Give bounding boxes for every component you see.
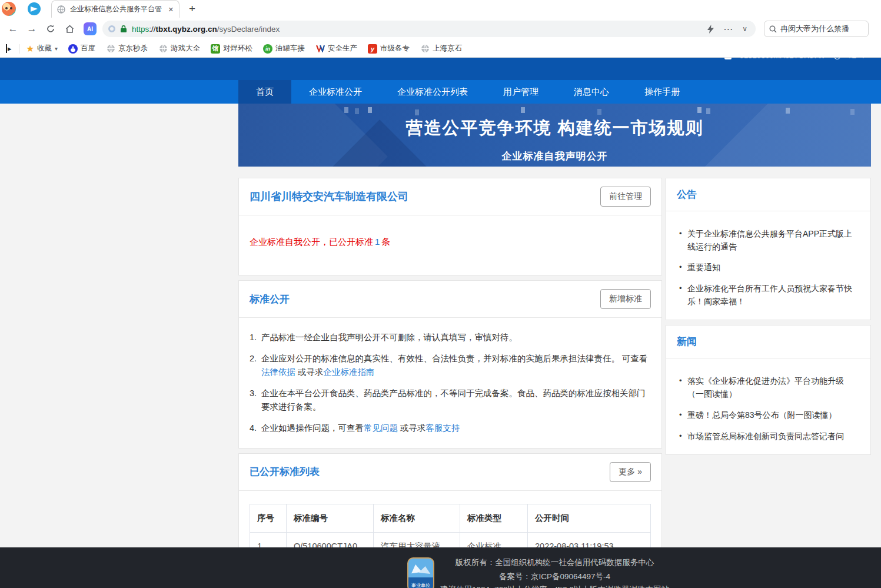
note-item: 2. 企业应对公开的标准信息的真实性、有效性、合法性负责，并对标准的实施后果承担… bbox=[250, 352, 651, 378]
section-title-news: 新闻 bbox=[677, 335, 697, 348]
document-icon bbox=[724, 58, 732, 59]
browser-tab[interactable]: 企业标准信息公共服务平台管 × bbox=[51, 0, 179, 18]
icp-record-text: 备案号：京ICP备09064497号-4 bbox=[238, 572, 871, 582]
bookmark-shiji[interactable]: y 市级各专 bbox=[368, 44, 410, 54]
browser-search-box[interactable]: 冉闵大帝为什么禁播 bbox=[764, 21, 869, 37]
page-footer: 事业单位 版权所有：全国组织机构统一社会信用代码数据服务中心 备案号：京ICP备… bbox=[0, 547, 881, 588]
search-query-text: 冉闵大帝为什么禁播 bbox=[780, 24, 849, 34]
credit-code-text: 91510600MA62TCR37W bbox=[740, 58, 825, 60]
caret-down-icon[interactable]: ▾ bbox=[55, 45, 58, 52]
address-bar[interactable]: https://tbxt.qybz.org.cn/sysDeclare/inde… bbox=[102, 21, 756, 37]
bookmark-youguanche[interactable]: in 油罐车接 bbox=[263, 44, 305, 54]
page-top-bar: 91510600MA62TCR37W 退出 bbox=[0, 58, 881, 80]
col-标准编号: 标准编号 bbox=[287, 504, 374, 532]
standard-guide-link[interactable]: 企业标准指南 bbox=[324, 367, 375, 377]
announcement-item[interactable]: •企业标准化平台所有工作人员预祝大家春节快乐！阖家幸福！ bbox=[679, 283, 857, 308]
news-item[interactable]: •重磅！总局令第83号公布（附一图读懂） bbox=[679, 409, 857, 422]
table-header-row: 序号 标准编号 标准名称 标准类型 公开时间 bbox=[250, 504, 651, 532]
search-icon bbox=[769, 25, 777, 33]
page-content: 91510600MA62TCR37W 退出 首页 企业标准公开 企业标准公开列表… bbox=[0, 58, 881, 588]
y-favicon-icon: y bbox=[368, 44, 377, 54]
home-button[interactable] bbox=[61, 21, 78, 37]
bookmark-anquan[interactable]: 安全生产 bbox=[315, 44, 357, 54]
publish-status-text: 企业标准自我公开，已公开标准1条 bbox=[250, 226, 651, 264]
browser-toolbar: ← → AI https://tbxt.qybz.org.cn/sysDecla… bbox=[0, 18, 881, 40]
user-icon bbox=[833, 58, 841, 59]
section-title-standard-publish: 标准公开 bbox=[250, 293, 290, 306]
in-favicon-icon: in bbox=[263, 44, 272, 54]
legal-basis-link[interactable]: 法律依据 bbox=[261, 367, 295, 377]
globe-favicon-icon bbox=[56, 5, 66, 14]
go-manage-button[interactable]: 前往管理 bbox=[600, 187, 651, 207]
section-title-announcements: 公告 bbox=[677, 188, 697, 201]
section-title-published-list: 已公开标准列表 bbox=[250, 465, 320, 479]
bookmarks-bar: ▸ ★ 收藏 ▾ 百度 京东秒杀 游戏大全 馆 对焊环松 in 油罐车接 安全生… bbox=[0, 40, 881, 58]
bookmark-jd[interactable]: 京东秒杀 bbox=[106, 44, 148, 54]
star-icon: ★ bbox=[26, 44, 34, 54]
refresh-button[interactable] bbox=[42, 21, 59, 37]
standard-publish-card: 标准公开 新增标准 1. 产品标准一经企业自我声明公开不可删除，请认真填写，审慎… bbox=[238, 280, 662, 449]
dropdown-chevron-icon[interactable]: ∨ bbox=[742, 25, 747, 33]
note-item: 1. 产品标准一经企业自我声明公开不可删除，请认真填写，审慎对待。 bbox=[250, 331, 651, 344]
ai-assistant-button[interactable]: AI bbox=[84, 22, 97, 35]
bookmark-games[interactable]: 游戏大全 bbox=[158, 44, 200, 54]
add-standard-button[interactable]: 新增标准 bbox=[600, 289, 651, 309]
ssl-lock-icon[interactable] bbox=[120, 25, 127, 33]
forward-button[interactable]: → bbox=[24, 21, 40, 37]
url-text: https://tbxt.qybz.org.cn/sysDeclare/inde… bbox=[132, 25, 703, 34]
col-公开时间: 公开时间 bbox=[528, 504, 651, 532]
new-tab-button[interactable]: + bbox=[189, 2, 195, 15]
browser-logo-icon[interactable] bbox=[2, 2, 16, 16]
quick-access-lightning-icon[interactable] bbox=[707, 25, 714, 34]
bookmark-shanghai[interactable]: 上海京石 bbox=[420, 44, 462, 54]
bookmark-favorites[interactable]: ★ 收藏 ▾ bbox=[26, 44, 58, 54]
news-item[interactable]: •市场监管总局标准创新司负责同志答记者问 bbox=[679, 430, 857, 443]
sidebar-toggle-icon[interactable]: ▸ bbox=[6, 44, 12, 53]
more-tools-icon[interactable]: ⋯ bbox=[723, 24, 733, 35]
hero-banner: 营造公平竞争环境 构建统一市场规则 企业标准自我声明公开 bbox=[238, 104, 871, 167]
bookmark-duihan[interactable]: 馆 对焊环松 bbox=[211, 44, 252, 54]
bookmark-baidu[interactable]: 百度 bbox=[68, 44, 95, 54]
col-序号: 序号 bbox=[250, 504, 287, 532]
published-count: 1 bbox=[373, 237, 381, 247]
tab-title: 企业标准信息公共服务平台管 bbox=[70, 4, 164, 14]
back-button[interactable]: ← bbox=[5, 21, 21, 37]
note-item: 3. 企业在本平台公开食品类、药品类产品标准的，不等同于完成备案。食品、药品类的… bbox=[250, 387, 651, 413]
browser-tab-strip: 企业标准信息公共服务平台管 × + bbox=[0, 0, 881, 18]
divider bbox=[19, 44, 19, 54]
support-link[interactable]: 客服支持 bbox=[426, 423, 460, 433]
globe-favicon-icon bbox=[420, 44, 430, 54]
company-name: 四川省川特交安汽车制造有限公司 bbox=[250, 190, 408, 204]
guan-favicon-icon: 馆 bbox=[211, 44, 220, 54]
col-标准类型: 标准类型 bbox=[460, 504, 528, 532]
news-card: 新闻 •落实《企业标准化促进办法》平台功能升级（一图读懂） •重磅！总局令第83… bbox=[666, 325, 871, 455]
col-标准名称: 标准名称 bbox=[374, 504, 460, 532]
baidu-favicon-icon bbox=[68, 44, 78, 54]
faq-link[interactable]: 常见问题 bbox=[364, 423, 398, 433]
announcements-card: 公告 •关于企业标准信息公共服务平台APP正式版上线运行的通告 •重要通知 •企… bbox=[666, 178, 871, 320]
telegram-icon[interactable] bbox=[28, 2, 41, 15]
v-favicon-icon bbox=[315, 44, 325, 54]
browser-suggestion-text: 建议使用1024×768以上分辨率、IE9.0以上版本浏览器浏览本网站 bbox=[238, 584, 871, 588]
more-button[interactable]: 更多 » bbox=[610, 462, 651, 482]
globe-favicon-icon bbox=[158, 44, 168, 54]
announcement-item[interactable]: •重要通知 bbox=[679, 261, 857, 274]
tab-close-icon[interactable]: × bbox=[168, 4, 174, 14]
company-card: 四川省川特交安汽车制造有限公司 前往管理 企业标准自我公开，已公开标准1条 bbox=[238, 178, 662, 275]
note-item: 4. 企业如遇操作问题，可查看常见问题 或寻求客服支持 bbox=[250, 421, 651, 434]
logout-link[interactable]: 退出 bbox=[849, 58, 865, 61]
globe-favicon-icon bbox=[106, 44, 115, 54]
announcement-item[interactable]: •关于企业标准信息公共服务平台APP正式版上线运行的通告 bbox=[679, 228, 857, 253]
copyright-text: 版权所有：全国组织机构统一社会信用代码数据服务中心 bbox=[238, 557, 871, 568]
news-item[interactable]: •落实《企业标准化促进办法》平台功能升级（一图读懂） bbox=[679, 375, 857, 400]
site-info-icon[interactable] bbox=[108, 25, 115, 32]
